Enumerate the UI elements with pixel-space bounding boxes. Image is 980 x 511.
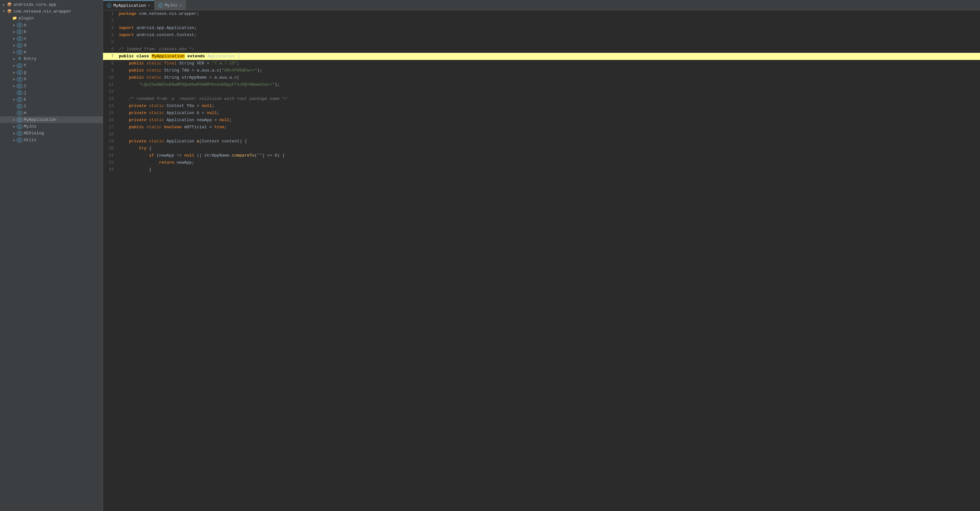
line-number: 8 [103, 60, 118, 67]
tree-item-label: MyApplication [24, 117, 56, 122]
sidebar-item-e[interactable]: ▶ce [0, 49, 103, 56]
package-icon: 📦 [6, 9, 12, 14]
sidebar-item-k[interactable]: ▶ck [0, 96, 103, 103]
tab-label: MyJni [165, 3, 177, 8]
code-line-2: 2 [103, 18, 980, 24]
class-icon: c [17, 118, 22, 122]
code-line-21: 21 if (newApp != null || strAppName.comp… [103, 152, 980, 159]
line-content: public static String TAG = a.auu.a.c("OR… [118, 67, 980, 74]
chevron-icon: ▶ [11, 70, 17, 75]
chevron-icon: ▶ [11, 118, 17, 122]
tree-item-label: plugin [19, 16, 34, 21]
line-number: 3 [103, 24, 118, 32]
tab-MyApplication[interactable]: c MyApplication ✕ [103, 0, 154, 10]
code-line-22: 22 return newApp; [103, 159, 980, 166]
chevron-icon: ▶ [11, 138, 17, 142]
line-number: 7 [103, 53, 118, 60]
class-icon: c [17, 37, 22, 41]
chevron-icon: ▶ [11, 64, 17, 68]
line-content [118, 131, 980, 138]
chevron-icon: ▶ [11, 125, 17, 129]
code-line-3: 3import android.app.Application; [103, 24, 980, 32]
tree-item-label: Entry [24, 56, 37, 61]
sidebar-item-plugin[interactable]: 📁plugin [0, 15, 103, 22]
line-number: 20 [103, 145, 118, 152]
line-content: private static Context f0a = null; [118, 102, 980, 110]
tree-item-label: b [24, 29, 26, 34]
sidebar-item-g[interactable]: ▶cg [0, 69, 103, 76]
class-c-icon: c [17, 111, 22, 115]
sidebar-item-androidx[interactable]: ▶📦androidx.core.app [0, 1, 103, 8]
line-content: /* loaded from: classes.dex */ [118, 46, 980, 53]
chevron-icon: ▶ [11, 30, 17, 34]
sidebar-item-j[interactable]: cj [0, 89, 103, 96]
code-line-12: 12 [103, 88, 980, 96]
sidebar-item-com.netease[interactable]: ▼📦com.netease.nis.wrapper [0, 8, 103, 15]
tree-item-label: MyJni [24, 124, 37, 129]
chevron-icon: ▼ [1, 10, 6, 13]
tab-close-button[interactable]: ✕ [148, 3, 150, 8]
code-line-10: 10 public static String strAppName = a.a… [103, 74, 980, 81]
sidebar-item-c[interactable]: ▶cc [0, 35, 103, 42]
class-icon: c [17, 97, 22, 102]
line-content: import android.content.Context; [118, 32, 980, 39]
tab-MyJni[interactable]: c MyJni ✕ [154, 0, 186, 10]
code-line-19: 19 private static Application a(Context … [103, 138, 980, 145]
chevron-icon: ▶ [1, 3, 6, 7]
line-number: 15 [103, 110, 118, 117]
line-number: 11 [103, 81, 118, 88]
tree-item-label: m [24, 110, 26, 115]
sidebar-item-l[interactable]: cl [0, 103, 103, 110]
sidebar-item-a[interactable]: ▶ca [0, 22, 103, 29]
line-content [118, 18, 980, 24]
line-number: 4 [103, 32, 118, 39]
sidebar-item-NEDialog[interactable]: ▶cNEDialog [0, 130, 103, 137]
tab-label: MyApplication [113, 3, 146, 8]
tree-item-label: h [24, 77, 26, 81]
line-number: 2 [103, 18, 118, 24]
sidebar-item-d[interactable]: ▶cd [0, 42, 103, 49]
sidebar-item-Entry[interactable]: ▶©Entry [0, 56, 103, 62]
line-content: import android.app.Application; [118, 24, 980, 32]
class-icon: c [17, 124, 22, 129]
line-content: "LQoZSw8WESsEBwBPHQw9SwMXAAMVKxdaKBgyFT4… [118, 81, 980, 88]
sidebar-item-b[interactable]: ▶cb [0, 29, 103, 35]
line-number: 16 [103, 117, 118, 124]
tab-class-icon: c [107, 3, 111, 8]
code-line-17: 17 public static boolean mOfficial = tru… [103, 124, 980, 131]
code-line-7: 7public class MyApplication extends Appl… [103, 53, 980, 60]
line-number: 18 [103, 131, 118, 138]
tree-item-label: k [24, 97, 26, 102]
line-content: public static final String VER = "7.4.7.… [118, 60, 980, 67]
line-content: public static String strAppName = a.auu.… [118, 74, 980, 81]
chevron-icon: ▶ [11, 50, 17, 54]
class-icon: c [17, 70, 22, 75]
line-content: /* renamed from: a reason: collision wit… [118, 96, 980, 102]
code-line-4: 4import android.content.Context; [103, 32, 980, 39]
sidebar-item-i[interactable]: ▶ci [0, 83, 103, 89]
sidebar-item-MyJni[interactable]: ▶cMyJni [0, 123, 103, 130]
sidebar-item-Utils[interactable]: ▶cUtils [0, 137, 103, 143]
tree-item-label: com.netease.nis.wrapper [14, 9, 71, 14]
class-icon: c [17, 131, 22, 135]
class-icon: c [17, 104, 22, 108]
code-line-20: 20 try { [103, 145, 980, 152]
code-editor[interactable]: 1package com.netease.nis.wrapper;23impor… [103, 10, 980, 511]
code-line-16: 16 private static Application newApp = n… [103, 117, 980, 124]
tab-close-button[interactable]: ✕ [180, 3, 181, 8]
sidebar-item-m[interactable]: cm [0, 110, 103, 116]
line-content: if (newApp != null || strAppName.compare… [118, 152, 980, 159]
tree-item-label: l [24, 104, 26, 108]
code-line-1: 1package com.netease.nis.wrapper; [103, 10, 980, 18]
code-line-5: 5 [103, 39, 980, 46]
chevron-icon: ▶ [11, 37, 17, 41]
file-tree: ▶📦androidx.core.app▼📦com.netease.nis.wra… [0, 0, 103, 511]
sidebar-item-f[interactable]: ▶cf [0, 62, 103, 69]
sidebar-item-MyApplication[interactable]: ▶cMyApplication [0, 116, 103, 123]
code-line-13: 13 /* renamed from: a reason: collision … [103, 96, 980, 102]
sidebar-item-h[interactable]: ▶ch [0, 76, 103, 83]
line-number: 14 [103, 102, 118, 110]
class-icon: c [17, 30, 22, 34]
class-icon: c [17, 84, 22, 88]
line-content [118, 88, 980, 96]
